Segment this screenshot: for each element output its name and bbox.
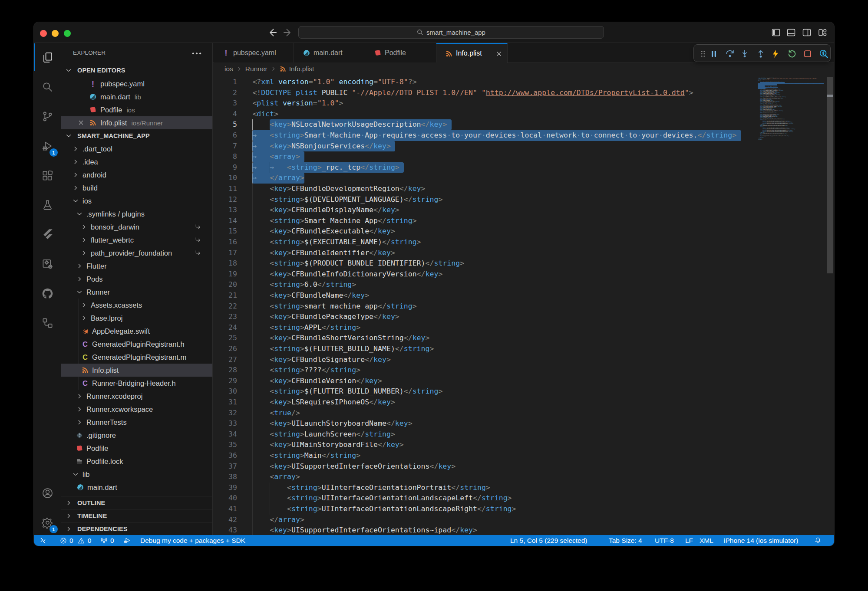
tree-item-flutter_webrtc[interactable]: flutter_webrtc — [61, 233, 212, 246]
breadcrumb[interactable]: iosRunnerInfo.plist — [224, 62, 314, 75]
editor-tab-Podfile[interactable]: Podfile — [365, 43, 436, 62]
status-remote-indicator[interactable] — [39, 535, 46, 546]
tree-item-Podfile.lock[interactable]: Podfile.lock — [61, 455, 212, 468]
status-encoding[interactable]: UTF-8 — [655, 535, 674, 546]
tree-item-.dart_tool[interactable]: .dart_tool — [61, 142, 212, 155]
tree-item-ios[interactable]: ios — [61, 194, 212, 207]
debug-step-into-button[interactable] — [737, 46, 752, 61]
status-cursor-position[interactable]: Ln 5, Col 5 (229 selected) — [510, 535, 587, 546]
status-language-mode[interactable]: XML — [700, 535, 713, 546]
activity-bar-item-settings[interactable]: 1 — [34, 508, 61, 537]
editor-tab-pubspec.yaml[interactable]: !pubspec.yaml — [214, 43, 294, 62]
command-center-search[interactable]: smart_machine_app — [298, 26, 604, 39]
breadcrumb-item-Info.plist[interactable]: Info.plist — [289, 65, 314, 73]
activity-bar-item-devtools[interactable] — [34, 250, 61, 278]
history-back-button[interactable] — [267, 27, 278, 38]
tree-item-Flutter[interactable]: Flutter — [61, 259, 212, 273]
debug-restart-button[interactable] — [785, 46, 799, 61]
activity-bar-item-github[interactable] — [34, 279, 61, 308]
status-device[interactable]: iPhone 14 (ios simulator) — [724, 535, 798, 546]
activity-bar-item-extensions[interactable] — [34, 161, 61, 190]
tree-item-Podfile[interactable]: Podfile — [61, 442, 212, 455]
code-line-text: <key>CFBundleExecutable</key> — [252, 226, 395, 237]
code-line-text: <key>CFBundleIdentifier</key> — [252, 248, 395, 259]
section-header-outline[interactable]: OUTLINE — [61, 496, 212, 509]
toggle-secondary-sidebar-button[interactable] — [802, 28, 812, 37]
debug-stop-button[interactable] — [800, 46, 815, 61]
section-header-open-editors[interactable]: OPEN EDITORS — [61, 64, 212, 77]
tree-item-.symlinks / plugins[interactable]: .symlinks / plugins — [61, 207, 212, 220]
tree-item-Runner.xcworkspace[interactable]: Runner.xcworkspace — [61, 403, 212, 416]
tree-item-RunnerTests[interactable]: RunnerTests — [61, 416, 212, 429]
dart-file-icon — [303, 49, 310, 56]
tree-item-android[interactable]: android — [61, 168, 212, 181]
status-debug-session[interactable]: Debug my code + packages + SDK — [123, 535, 245, 546]
status-notifications[interactable] — [814, 535, 822, 546]
tree-item-label: Base.lproj — [91, 314, 122, 322]
editor-tab-main.dart[interactable]: main.dart — [294, 43, 365, 62]
minimap[interactable]: <?xml version="1.0" encoding="UTF-8"?><!… — [758, 78, 824, 141]
toggle-panel-button[interactable] — [786, 28, 796, 37]
activity-bar-item-explorer[interactable] — [34, 43, 61, 72]
editor-tab-Info.plist[interactable]: Info.plist — [436, 43, 508, 63]
debug-open-devtools-button[interactable] — [816, 46, 831, 61]
status-ports[interactable]: 0 — [100, 535, 114, 546]
activity-bar-item-run-and-debug[interactable]: 1 — [34, 131, 61, 160]
activity-bar-item-source-control[interactable] — [34, 102, 61, 131]
tree-item-.idea[interactable]: .idea — [61, 155, 212, 168]
tree-item-Info.plist[interactable]: Info.plist — [61, 364, 212, 377]
editor-scrollbar[interactable] — [827, 77, 834, 535]
close-icon[interactable] — [495, 50, 502, 57]
toggle-primary-sidebar-button[interactable] — [771, 28, 781, 37]
open-editor-Info.plist[interactable]: Info.plistios/Runner — [61, 116, 212, 129]
tree-item-Pods[interactable]: Pods — [61, 273, 212, 286]
traffic-light-minimize-button[interactable] — [52, 30, 59, 37]
open-editor-Podfile[interactable]: Podfileios — [61, 103, 212, 116]
activity-bar-item-search[interactable] — [34, 72, 61, 101]
tree-item-AppDelegate.swift[interactable]: AppDelegate.swift — [61, 325, 212, 338]
files-icon — [42, 52, 53, 63]
section-header-timeline[interactable]: TIMELINE — [61, 509, 212, 522]
history-forward-button[interactable] — [282, 27, 293, 38]
open-editor-main.dart[interactable]: main.dartlib — [61, 90, 212, 103]
section-header-project[interactable]: SMART_MACHINE_APP — [61, 129, 212, 142]
tree-item-lib[interactable]: lib — [61, 468, 212, 481]
activity-bar-item-remote-explorer[interactable] — [34, 309, 61, 337]
tree-item-GeneratedPluginRegistrant.m[interactable]: CGeneratedPluginRegistrant.m — [61, 351, 212, 364]
open-editor-pubspec.yaml[interactable]: !pubspec.yaml — [61, 77, 212, 90]
breadcrumb-item-ios[interactable]: ios — [224, 65, 233, 73]
tree-item-Runner.xcodeproj[interactable]: Runner.xcodeproj — [61, 390, 212, 403]
tree-item-GeneratedPluginRegistrant.h[interactable]: CGeneratedPluginRegistrant.h — [61, 338, 212, 351]
traffic-light-close-button[interactable] — [40, 30, 47, 37]
traffic-light-zoom-button[interactable] — [64, 30, 71, 37]
debug-alt-icon — [123, 537, 131, 544]
status-tab-size[interactable]: Tab Size: 4 — [609, 535, 642, 546]
tree-item-Assets.xcassets[interactable]: Assets.xcassets — [61, 299, 212, 312]
debug-hot-reload-button[interactable] — [768, 46, 782, 61]
breadcrumb-item-Runner[interactable]: Runner — [245, 65, 267, 73]
tree-item-bonsoir_darwin[interactable]: bonsoir_darwin — [61, 220, 212, 233]
status-eol[interactable]: LF — [685, 535, 693, 546]
customize-layout-button[interactable] — [818, 28, 827, 37]
tree-item-path_provider_foundation[interactable]: path_provider_foundation — [61, 246, 212, 259]
debug-pause-button[interactable] — [706, 46, 721, 61]
tree-item-Runner-Bridging-Header.h[interactable]: CRunner-Bridging-Header.h — [61, 377, 212, 390]
tree-item-.gitignore[interactable]: .gitignore — [61, 429, 212, 442]
activity-bar-item-testing[interactable] — [34, 190, 61, 219]
debug-step-out-button[interactable] — [753, 46, 768, 61]
debug-step-over-button[interactable] — [723, 46, 737, 61]
activity-bar-item-accounts[interactable] — [34, 479, 61, 507]
activity-bar-item-flutter[interactable] — [34, 220, 61, 249]
scrollbar-slider[interactable] — [827, 77, 833, 273]
tree-item-build[interactable]: build — [61, 181, 212, 194]
close-icon[interactable] — [78, 119, 85, 126]
section-header-dependencies[interactable]: DEPENDENCIES — [61, 522, 212, 535]
tree-item-Base.lproj[interactable]: Base.lproj — [61, 312, 212, 325]
more-actions-icon[interactable] — [191, 46, 203, 59]
tree-item-Runner[interactable]: Runner — [61, 286, 212, 299]
tree-item-label: Runner.xcworkspace — [86, 405, 153, 414]
status-problems[interactable]: 00 — [59, 535, 91, 546]
tree-item-main.dart[interactable]: main.dart — [61, 481, 212, 494]
code-editor[interactable]: 1<?xml version="1.0" encoding="UTF-8"?>2… — [213, 77, 827, 535]
warning-icon — [78, 537, 85, 544]
